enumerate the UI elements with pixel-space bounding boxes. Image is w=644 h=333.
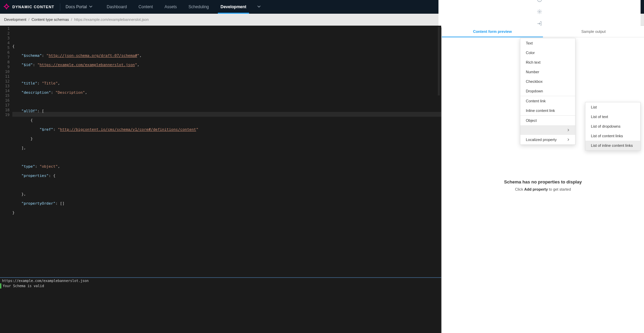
list-submenu: List List of text List of dropdowns List… (585, 102, 641, 151)
tab-dashboard[interactable]: Dashboard (106, 0, 128, 14)
empty-hint: Click Add property to get started (515, 187, 571, 191)
svg-text:?: ? (539, 0, 541, 1)
dropdown-item-checkbox[interactable]: Checkbox (520, 77, 575, 86)
tab-scheduling[interactable]: Scheduling (188, 0, 209, 14)
crumb-development[interactable]: Development (4, 17, 26, 22)
brand-name: DYNAMIC CONTENT (12, 5, 54, 9)
submenu-item-listofinlinecontentlinks[interactable]: List of inline content links (585, 141, 640, 150)
preview-pane: Content form preview Sample output Schem… (442, 26, 644, 333)
chevron-down-icon[interactable] (257, 4, 261, 9)
dropdown-item-object[interactable]: Object (520, 116, 575, 125)
submenu-item-listoftext[interactable]: List of text (585, 112, 640, 121)
submenu-item-listofcontentlinks[interactable]: List of content links (585, 131, 640, 141)
crumb-schemas[interactable]: Content type schemas (32, 17, 69, 22)
breadcrumb-sep: / (71, 17, 72, 22)
code-content[interactable]: { "$schema": "http://json-schema.org/dra… (12, 26, 441, 277)
preview-tabs: Content form preview Sample output (442, 26, 644, 37)
docs-label: Docs Portal (66, 4, 87, 9)
dropdown-label: Object (526, 118, 537, 123)
docs-portal-link[interactable]: Docs Portal (66, 4, 92, 9)
add-property-dropdown: Text Color Rich text Number Checkbox Dro… (520, 38, 575, 145)
line-number-gutter: 1 2 3 4 5 6 7 8 9 10 11 12 13 14 15 16 1… (0, 26, 12, 277)
tab-content-form-preview[interactable]: Content form preview (442, 26, 543, 37)
tab-sample-output[interactable]: Sample output (543, 26, 644, 37)
main-area: 1 2 3 4 5 6 7 8 9 10 11 12 13 14 15 16 1… (0, 26, 644, 333)
gear-icon[interactable] (537, 9, 542, 15)
code-editor[interactable]: 1 2 3 4 5 6 7 8 9 10 11 12 13 14 15 16 1… (0, 26, 441, 277)
swirl-logo-icon (3, 3, 10, 11)
nav-tabs: Dashboard Content Assets Scheduling Deve… (106, 0, 438, 14)
breadcrumb-sep: / (28, 17, 29, 22)
topnav-right: 14:51 ? (438, 0, 641, 27)
submenu-item-listofdropdowns[interactable]: List of dropdowns (585, 121, 640, 131)
chevron-right-icon (567, 128, 570, 132)
editor-status-url: https://example.com/examplebannerslot.js… (0, 277, 441, 283)
dropdown-item-text[interactable]: Text (520, 38, 575, 48)
svg-point-2 (539, 11, 540, 12)
tab-content[interactable]: Content (138, 0, 153, 14)
dropdown-item-contentlink[interactable]: Content link (520, 96, 575, 106)
dropdown-item-richtext[interactable]: Rich text (520, 57, 575, 67)
empty-title: Schema has no properties to display (504, 179, 582, 184)
top-nav: DYNAMIC CONTENT Docs Portal Dashboard Co… (0, 0, 644, 14)
editor-pane: 1 2 3 4 5 6 7 8 9 10 11 12 13 14 15 16 1… (0, 26, 442, 333)
tab-development[interactable]: Development (220, 0, 247, 14)
help-icon[interactable]: ? (537, 0, 542, 3)
dropdown-item-color[interactable]: Color (520, 48, 575, 57)
brand-logo-area: DYNAMIC CONTENT (3, 3, 60, 11)
submenu-item-list[interactable]: List (585, 102, 640, 112)
dropdown-label: Localized property (526, 138, 557, 142)
crumb-url: https://example.com/examplebannerslot.js… (74, 17, 149, 22)
dropdown-item-list[interactable] (520, 125, 575, 135)
dropdown-item-number[interactable]: Number (520, 67, 575, 77)
dropdown-item-inlinecontentlink[interactable]: Inline content link (520, 106, 575, 115)
dropdown-item-localized[interactable]: Localized property (520, 135, 575, 144)
editor-bottom-filler (0, 289, 441, 333)
chevron-down-icon (89, 4, 92, 9)
dropdown-item-dropdown[interactable]: Dropdown (520, 86, 575, 96)
tab-assets[interactable]: Assets (164, 0, 177, 14)
editor-valid-status: Your Schema is valid (0, 283, 441, 289)
chevron-right-icon (567, 138, 570, 142)
